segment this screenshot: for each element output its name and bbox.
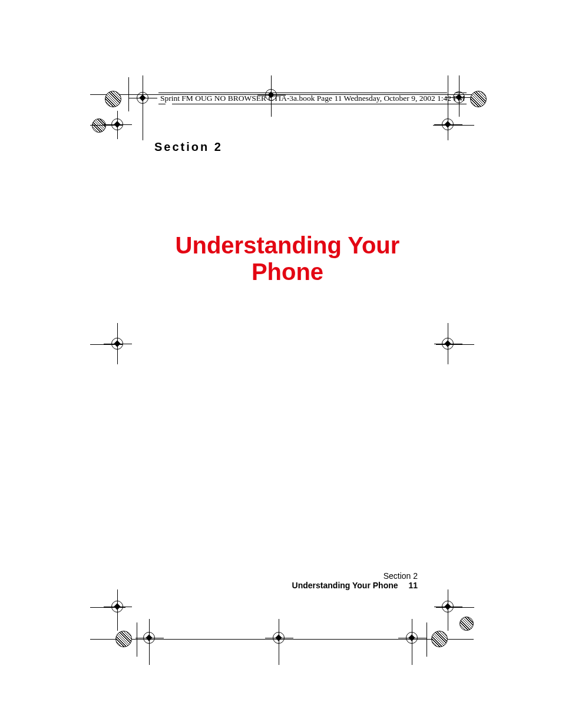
registration-mark-icon bbox=[440, 599, 457, 615]
registration-ball-icon bbox=[92, 118, 106, 133]
registration-mark-icon bbox=[110, 336, 126, 353]
registration-ball-icon bbox=[470, 91, 487, 107]
footer-section: Section 2 bbox=[292, 571, 418, 581]
registration-mark-icon bbox=[271, 630, 287, 647]
registration-ball-icon bbox=[105, 91, 121, 107]
registration-mark-icon bbox=[440, 117, 457, 133]
chapter-title: Understanding Your Phone bbox=[154, 232, 421, 285]
running-head-text: Sprint FM OUG NO BROWSER CTIA-3a.book Pa… bbox=[160, 94, 465, 103]
footer-page-number: 11 bbox=[408, 581, 418, 590]
registration-mark-icon bbox=[404, 630, 421, 647]
registration-ball-icon bbox=[459, 617, 474, 631]
registration-mark-icon bbox=[135, 90, 151, 107]
registration-ball-icon bbox=[431, 631, 448, 647]
section-label: Section 2 bbox=[154, 140, 223, 154]
registration-ball-icon bbox=[115, 631, 132, 647]
crop-rule-v bbox=[427, 622, 427, 657]
page-footer: Section 2 Understanding Your Phone 11 bbox=[292, 571, 418, 590]
crop-rule-v bbox=[128, 77, 129, 111]
crop-rule-v bbox=[137, 622, 137, 657]
registration-mark-icon bbox=[110, 117, 126, 133]
registration-mark-icon bbox=[110, 599, 126, 615]
footer-title-line: Understanding Your Phone 11 bbox=[292, 581, 418, 590]
footer-title: Understanding Your Phone bbox=[292, 581, 398, 590]
registration-mark-icon bbox=[440, 336, 457, 353]
document-page: Sprint FM OUG NO BROWSER CTIA-3a.book Pa… bbox=[0, 0, 562, 728]
registration-mark-icon bbox=[141, 630, 158, 647]
running-head: Sprint FM OUG NO BROWSER CTIA-3a.book Pa… bbox=[158, 94, 467, 103]
